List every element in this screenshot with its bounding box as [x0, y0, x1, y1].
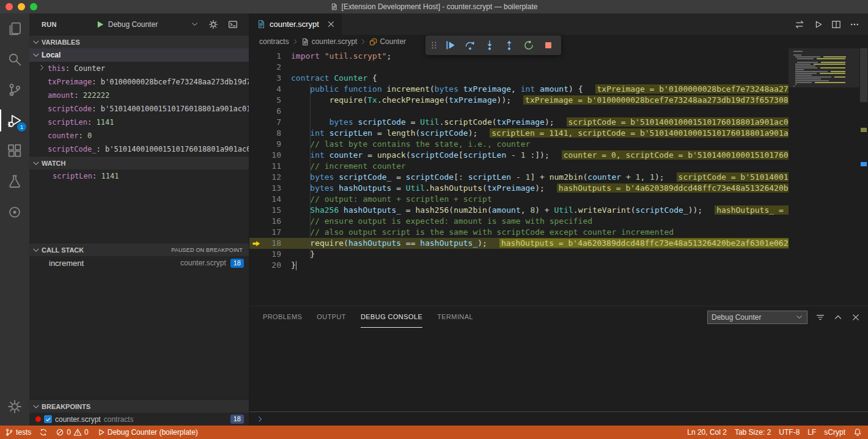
code-line-2[interactable]: 2 [249, 62, 789, 73]
watch-section-header[interactable]: WATCH [29, 156, 249, 169]
split-editor-button[interactable] [831, 20, 841, 29]
continue-button[interactable] [441, 37, 460, 54]
statusbar-cursor-position[interactable]: Ln 20, Col 2 [687, 428, 727, 437]
close-window-button[interactable] [6, 3, 13, 10]
breakpoint-checkbox[interactable] [44, 415, 52, 423]
code-line-12[interactable]: 12 bytes scriptCode_ = scriptCode[: scri… [249, 172, 789, 183]
statusbar-eol[interactable]: LF [807, 428, 816, 437]
filter-icon[interactable] [815, 312, 825, 322]
configure-launch-button[interactable] [208, 20, 218, 29]
debug-config-label: Debug Counter [108, 20, 158, 29]
panel-tab-output[interactable]: OUTPUT [317, 306, 346, 328]
step-out-button[interactable] [500, 37, 518, 54]
variable-row-txPreimage[interactable]: txPreimage: b'0100000028bcef7e73248aa273… [29, 75, 249, 89]
debug-console-input[interactable] [249, 411, 868, 426]
code-line-3[interactable]: 3contract Counter { [249, 73, 789, 84]
statusbar-notifications[interactable] [853, 428, 862, 437]
activity-item-explorer[interactable] [0, 13, 29, 44]
maximize-panel-button[interactable] [833, 312, 843, 322]
zoom-window-button[interactable] [30, 3, 37, 10]
activity-item-scrypt[interactable] [0, 197, 29, 227]
close-panel-button[interactable] [851, 312, 861, 322]
code-line-11[interactable]: 11 // increment counter [249, 161, 789, 172]
code-line-14[interactable]: 14 // output: amount + scriptlen + scrip… [249, 194, 789, 205]
debug-console-toggle-button[interactable] [228, 20, 238, 29]
code-area[interactable]: 1import "util.scrypt";23contract Counter… [249, 48, 789, 306]
breadcrumb-item-contracts[interactable]: contracts [259, 37, 289, 46]
minimap-inline-value [817, 58, 845, 59]
extensions-icon [7, 144, 22, 158]
minimap-line [795, 73, 817, 74]
activity-item-source-control[interactable] [0, 75, 29, 105]
variable-row-scriptCode[interactable]: scriptCode: b'510140010001510176018801a9… [29, 102, 249, 116]
minimize-window-button[interactable] [18, 3, 25, 10]
watch-section-label: WATCH [42, 160, 66, 167]
restart-button[interactable] [520, 37, 538, 54]
statusbar-problems[interactable]: 00 [56, 428, 88, 437]
drag-handle-icon[interactable] [429, 40, 439, 50]
statusbar-indentation[interactable]: Tab Size: 2 [735, 428, 771, 437]
statusbar-language-mode[interactable]: sCrypt [824, 428, 845, 437]
debug-arrow-icon [252, 239, 261, 248]
breadcrumb-item-Counter[interactable]: Counter [369, 37, 406, 46]
console-session-select[interactable]: Debug Counter [707, 311, 807, 324]
activity-bar: 1 [0, 13, 29, 426]
code-line-17[interactable]: 17 // also output script is the same wit… [249, 227, 789, 238]
start-debug-button[interactable] [95, 20, 105, 29]
code-line-20[interactable]: 20} [249, 260, 789, 271]
code-line-9[interactable]: 9 // last byte contains the state, i.e.,… [249, 139, 789, 150]
code-line-13[interactable]: 13 bytes hashOutputs = Util.hashOutputs(… [249, 183, 789, 194]
split-icon [831, 20, 841, 29]
code-line-15[interactable]: 15 Sha256 hashOutputs_ = hash256(num2bin… [249, 205, 789, 216]
variable-row-scriptCode_[interactable]: scriptCode_: b'510140010001510176018801a… [29, 142, 249, 156]
code-line-8[interactable]: 8 int scriptLen = length(scriptCode);scr… [249, 128, 789, 139]
code-line-5[interactable]: 5 require(Tx.checkPreimage(txPreimage));… [249, 95, 789, 106]
breakpoints-section-header[interactable]: BREAKPOINTS [29, 399, 249, 413]
activity-item-search[interactable] [0, 44, 29, 75]
activity-item-extensions[interactable] [0, 136, 29, 166]
tab-counter.scrypt[interactable]: counter.scrypt [249, 13, 342, 35]
scope-local-row[interactable]: Local [29, 48, 249, 62]
variables-section-header[interactable]: VARIABLES [29, 35, 249, 48]
code-line-18[interactable]: 18 require(hashOutputs == hashOutputs_);… [249, 238, 789, 249]
warning-icon [73, 428, 82, 437]
run-file-button[interactable] [813, 20, 823, 29]
code-line-6[interactable]: 6 [249, 106, 789, 117]
code-line-7[interactable]: 7 bytes scriptCode = Util.scriptCode(txP… [249, 117, 789, 128]
callstack-section-header[interactable]: CALL STACK PAUSED ON BREAKPOINT [29, 243, 249, 256]
activity-item-settings[interactable] [0, 391, 29, 422]
panel-tab-problems[interactable]: PROBLEMS [263, 306, 302, 328]
step-over-button[interactable] [461, 37, 479, 54]
variable-row-amount[interactable]: amount: 222222 [29, 89, 249, 102]
panel-tab-terminal[interactable]: TERMINAL [437, 306, 473, 328]
code-line-19[interactable]: 19 } [249, 249, 789, 260]
minimap[interactable] [789, 48, 859, 306]
debug-console-output[interactable] [249, 328, 868, 411]
code-line-16[interactable]: 16 // ensure output is expected: amount … [249, 216, 789, 227]
breakpoint-row[interactable]: counter.scryptcontracts18 [29, 413, 249, 426]
statusbar-debug-status[interactable]: Debug Counter (boilerplate) [97, 428, 198, 437]
stop-button[interactable] [539, 37, 557, 54]
watch-row-scriptLen[interactable]: scriptLen: 1141 [29, 169, 249, 183]
editor-scrollbar[interactable] [859, 48, 868, 306]
statusbar-sync[interactable] [39, 428, 48, 437]
minimap-line [795, 82, 812, 83]
more-actions-button[interactable] [850, 20, 859, 29]
activity-item-run-debug[interactable]: 1 [0, 105, 29, 136]
scrollbar-slider[interactable] [860, 48, 867, 102]
variable-row-counter[interactable]: counter: 0 [29, 129, 249, 142]
stack-frame-increment[interactable]: incrementcounter.scrypt18 [29, 256, 249, 270]
panel-tab-debug-console[interactable]: DEBUG CONSOLE [361, 306, 422, 328]
code-line-4[interactable]: 4 public function increment(bytes txPrei… [249, 84, 789, 95]
code-line-10[interactable]: 10 int counter = unpack(scriptCode[scrip… [249, 150, 789, 161]
breadcrumb-item-counter.scrypt[interactable]: counter.scrypt [301, 37, 358, 46]
statusbar-branch[interactable]: tests [5, 428, 31, 437]
bell-icon [853, 428, 862, 437]
variable-row-this[interactable]: this: Counter [29, 62, 249, 75]
debug-config-select[interactable]: Debug Counter [108, 20, 199, 29]
statusbar-encoding[interactable]: UTF-8 [779, 428, 800, 437]
open-changes-button[interactable] [795, 20, 804, 29]
step-into-button[interactable] [480, 37, 499, 54]
activity-item-test[interactable] [0, 166, 29, 197]
variable-row-scriptLen[interactable]: scriptLen: 1141 [29, 116, 249, 129]
